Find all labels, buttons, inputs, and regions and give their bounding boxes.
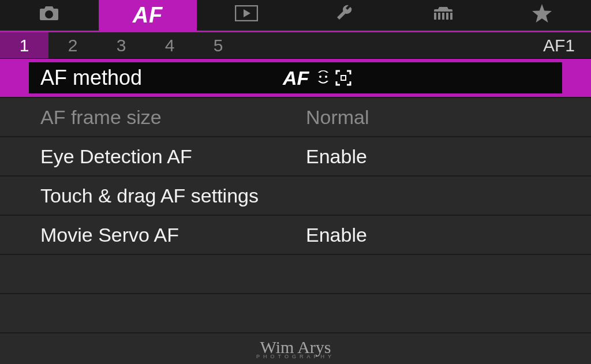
svg-rect-5 xyxy=(450,13,452,20)
menu-value: Normal xyxy=(306,106,551,129)
main-tab-bar: AF xyxy=(0,0,591,32)
menu-label: Movie Servo AF xyxy=(40,224,306,246)
page-4[interactable]: 4 xyxy=(145,32,194,58)
face-detect-icon xyxy=(316,69,331,87)
menu-item-af-frame-size: AF frame size Normal xyxy=(0,98,591,137)
menu-label: AF method xyxy=(40,66,283,90)
star-icon xyxy=(532,4,552,27)
tab-shooting[interactable] xyxy=(0,0,99,31)
tracking-bracket-icon xyxy=(335,70,351,86)
af-text-icon: AF xyxy=(133,3,163,28)
menu-item-movie-servo[interactable]: Movie Servo AF Enable xyxy=(0,216,591,255)
wrench-icon xyxy=(335,4,354,27)
page-indicator-bar: 1 2 3 4 5 AF1 xyxy=(0,32,591,59)
svg-rect-6 xyxy=(341,76,346,80)
page-2[interactable]: 2 xyxy=(48,32,97,58)
menu-value-af-method: AF xyxy=(283,67,551,89)
page-3[interactable]: 3 xyxy=(97,32,145,58)
play-icon xyxy=(235,5,258,25)
menu-label: Touch & drag AF settings xyxy=(40,185,306,207)
camera-icon xyxy=(39,5,59,25)
tab-setup[interactable] xyxy=(296,0,394,31)
camera-menu-screen: AF 1 2 3 4 5 xyxy=(0,0,591,364)
page-label: AF1 xyxy=(543,32,575,58)
tab-af[interactable]: AF xyxy=(99,0,197,31)
custom-camera-icon xyxy=(432,5,455,26)
page-1[interactable]: 1 xyxy=(0,32,48,58)
menu-item-empty xyxy=(0,255,591,294)
tab-custom[interactable] xyxy=(394,0,493,31)
page-5[interactable]: 5 xyxy=(194,32,242,58)
af-value-text: AF xyxy=(283,67,309,89)
menu-item-eye-detection[interactable]: Eye Detection AF Enable xyxy=(0,137,591,177)
menu-value: Enable xyxy=(306,145,551,168)
menu-item-empty xyxy=(0,294,591,333)
menu-item-af-method[interactable]: AF method AF xyxy=(0,59,591,98)
svg-rect-4 xyxy=(446,13,448,20)
menu-value: Enable xyxy=(306,224,551,246)
svg-rect-3 xyxy=(442,13,444,20)
page-numbers: 1 2 3 4 5 xyxy=(0,32,242,58)
menu-list: AF method AF AF frame size Normal Eye De… xyxy=(0,59,591,364)
svg-rect-2 xyxy=(438,13,440,20)
svg-rect-1 xyxy=(434,13,436,20)
menu-item-touch-drag[interactable]: Touch & drag AF settings xyxy=(0,177,591,216)
menu-label: Eye Detection AF xyxy=(40,145,306,168)
tab-playback[interactable] xyxy=(197,0,296,31)
tab-mymenu[interactable] xyxy=(492,0,591,31)
menu-label: AF frame size xyxy=(40,106,306,129)
